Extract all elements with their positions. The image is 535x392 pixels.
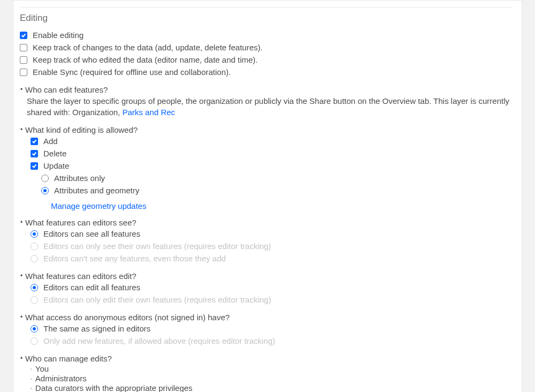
features-edit-question: •What features can editors edit? <box>20 272 512 281</box>
update-attr-only-row: Attributes only <box>41 173 512 184</box>
anon-access-question: •What access do anonymous editors (not s… <box>20 313 512 322</box>
enable-sync-checkbox[interactable] <box>20 69 27 76</box>
anon-add-only-row: Only add new features, if allowed above … <box>31 336 512 346</box>
editing-settings-panel: { "section_title": "Editing", "checkboxe… <box>13 0 522 392</box>
see-own-row: Editors can only see their own features … <box>31 241 512 252</box>
edit-all-row: Editors can edit all features <box>31 282 512 293</box>
see-none-label: Editors can't see any features, even tho… <box>43 253 226 264</box>
bullet-icon: • <box>20 355 23 362</box>
anon-same-radio[interactable] <box>31 325 38 333</box>
top-divider <box>20 7 512 7</box>
bullet-icon: ▫ <box>31 367 32 372</box>
manage-edits-item: ▫Administrators <box>31 374 512 383</box>
track-changes-checkbox[interactable] <box>20 44 27 51</box>
bullet-icon: ▫ <box>31 376 32 381</box>
update-attr-geom-label: Attributes and geometry <box>54 185 139 196</box>
anon-add-only-label: Only add new features, if allowed above … <box>43 336 275 346</box>
editing-add-label: Add <box>43 136 58 147</box>
anon-add-only-radio <box>31 337 38 345</box>
edit-own-row: Editors can only edit their own features… <box>31 295 512 305</box>
section-title: Editing <box>20 13 512 24</box>
track-changes-row: Keep track of changes to the data (add, … <box>20 42 512 53</box>
anon-same-label: The same as signed in editors <box>43 323 150 334</box>
edit-all-label: Editors can edit all features <box>43 282 140 293</box>
bullet-icon: • <box>20 86 23 93</box>
editing-add-row: Add <box>31 136 512 147</box>
features-edit-q-text: What features can editors edit? <box>25 272 137 281</box>
bullet-icon: ▫ <box>31 386 32 391</box>
editing-delete-row: Delete <box>31 148 512 159</box>
update-attr-only-label: Attributes only <box>54 173 105 184</box>
see-own-label: Editors can only see their own features … <box>43 241 271 252</box>
update-attr-geom-row: Attributes and geometry <box>41 185 512 196</box>
editing-kind-question: •What kind of editing is allowed? <box>20 125 512 134</box>
see-all-radio[interactable] <box>31 230 38 238</box>
see-none-radio <box>31 255 38 262</box>
update-attr-only-radio[interactable] <box>41 175 49 182</box>
manage-edits-item-text: Administrators <box>35 374 87 383</box>
editing-add-checkbox[interactable] <box>31 138 38 145</box>
manage-edits-question: •Who can manage edits? <box>20 354 512 363</box>
bullet-icon: • <box>20 126 23 133</box>
enable-editing-checkbox[interactable] <box>20 32 27 39</box>
check-icon <box>32 163 37 169</box>
who-can-edit-q-text: Who can edit features? <box>25 85 108 94</box>
manage-edits-q-text: Who can manage edits? <box>25 354 112 363</box>
editing-delete-label: Delete <box>43 148 66 159</box>
anon-same-row: The same as signed in editors <box>31 323 512 334</box>
parks-and-rec-link[interactable]: Parks and Rec <box>122 108 175 117</box>
update-attr-geom-radio[interactable] <box>41 187 49 194</box>
enable-sync-label: Enable Sync (required for offline use an… <box>33 67 231 78</box>
see-none-row: Editors can't see any features, even tho… <box>31 253 512 264</box>
see-own-radio <box>31 243 38 250</box>
editing-update-checkbox[interactable] <box>31 162 38 170</box>
editing-update-row: Update <box>31 161 512 171</box>
who-can-edit-pre: Share the layer to specific groups of pe… <box>27 96 509 117</box>
features-see-question: •What features can editors see? <box>20 218 512 227</box>
manage-edits-item-text: Data curators with the appropriate privi… <box>35 383 192 392</box>
edit-all-radio[interactable] <box>31 284 38 291</box>
enable-sync-row: Enable Sync (required for offline use an… <box>20 67 512 78</box>
check-icon <box>21 33 26 38</box>
see-all-row: Editors can see all features <box>31 229 512 239</box>
manage-edits-item: ▫Data curators with the appropriate priv… <box>31 383 512 392</box>
manage-edits-item-text: You <box>35 364 49 373</box>
anon-access-q-text: What access do anonymous editors (not si… <box>25 313 230 322</box>
features-see-q-text: What features can editors see? <box>25 218 137 227</box>
track-changes-label: Keep track of changes to the data (add, … <box>33 42 262 53</box>
editing-update-label: Update <box>43 161 69 171</box>
edit-own-radio <box>31 296 38 304</box>
manage-geometry-updates-link[interactable]: Manage geometry updates <box>51 201 512 210</box>
check-icon <box>32 151 37 156</box>
edit-own-label: Editors can only edit their own features… <box>43 295 271 305</box>
check-icon <box>32 139 37 144</box>
enable-editing-label: Enable editing <box>33 30 84 41</box>
editing-delete-checkbox[interactable] <box>31 150 38 157</box>
editing-kind-q-text: What kind of editing is allowed? <box>25 125 138 134</box>
who-can-edit-question: •Who can edit features? <box>20 85 512 94</box>
track-who-row: Keep track of who edited the data (edito… <box>20 55 512 65</box>
bullet-icon: • <box>20 272 23 280</box>
see-all-label: Editors can see all features <box>43 229 140 239</box>
manage-edits-list: ▫You ▫Administrators ▫Data curators with… <box>31 364 512 392</box>
enable-editing-row: Enable editing <box>20 30 512 41</box>
bullet-icon: • <box>20 218 23 226</box>
bullet-icon: • <box>20 313 23 321</box>
track-who-label: Keep track of who edited the data (edito… <box>33 55 258 65</box>
track-who-checkbox[interactable] <box>20 56 27 64</box>
who-can-edit-text: Share the layer to specific groups of pe… <box>27 95 512 118</box>
manage-edits-item: ▫You <box>31 364 512 373</box>
